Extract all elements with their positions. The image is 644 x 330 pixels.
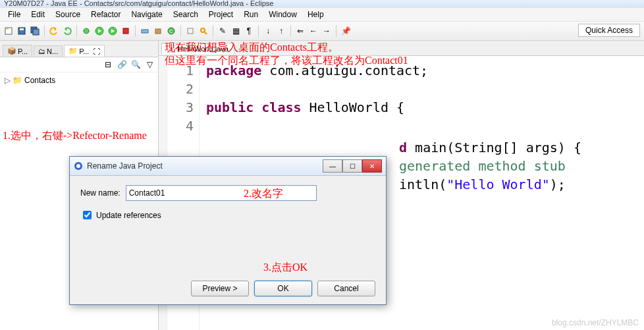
main-toolbar: C ✎ ▦ ¶ ↓ ↑ ⇐ ← → 📌 — [0, 22, 644, 41]
run-last-icon[interactable] — [107, 25, 119, 37]
menu-edit[interactable]: Edit — [26, 9, 50, 20]
redo-icon[interactable] — [61, 25, 73, 37]
prev-annotation-icon[interactable]: ↑ — [275, 25, 287, 37]
tree-project-contacts[interactable]: ▷ 📁 Contacts — [3, 75, 155, 86]
menu-project[interactable]: Project — [203, 9, 238, 20]
minimize-button[interactable]: — — [323, 159, 342, 173]
svg-text:J: J — [170, 46, 173, 53]
menu-window[interactable]: Window — [263, 9, 302, 20]
debug-icon[interactable] — [80, 25, 92, 37]
svg-rect-1 — [6, 28, 9, 30]
separator — [180, 25, 181, 37]
tab-navigator[interactable]: 🗂N... — [34, 45, 63, 57]
navigator-icon: 🗂 — [38, 47, 45, 55]
editor-tabs: J HelloWorld.java — [159, 41, 644, 56]
code-peek: d main(String[] args) { generated method… — [399, 138, 581, 194]
svg-rect-3 — [20, 28, 24, 30]
svg-line-18 — [204, 32, 207, 34]
eclipse-window: Y20M07D27 - Java EE - Contacts/src/com/a… — [0, 0, 644, 330]
new-server-icon[interactable] — [139, 25, 151, 37]
close-tab-icon[interactable]: ⛶ — [93, 47, 100, 55]
forward-icon[interactable]: → — [321, 25, 333, 37]
run-icon[interactable] — [94, 25, 105, 37]
watermark: blog.csdn.net/ZHYLMBC — [552, 318, 639, 327]
separator — [258, 25, 259, 37]
undo-icon[interactable] — [48, 25, 60, 37]
ok-button[interactable]: OK — [254, 281, 312, 296]
new-name-input[interactable] — [126, 185, 317, 201]
collapse-all-icon[interactable]: ⊟ — [102, 59, 114, 70]
separator — [213, 25, 213, 37]
focus-icon[interactable]: 🔍 — [130, 59, 142, 70]
next-annotation-icon[interactable]: ↓ — [262, 25, 274, 37]
close-button[interactable]: ✕ — [362, 159, 382, 173]
link-editor-icon[interactable]: 🔗 — [116, 59, 128, 70]
editor-tab-helloworld[interactable]: J HelloWorld.java — [161, 43, 234, 54]
preview-button[interactable]: Preview > — [191, 281, 249, 296]
project-icon: 📁 — [13, 76, 22, 85]
dialog-title: Rename Java Project — [87, 161, 319, 171]
maximize-button[interactable]: ☐ — [342, 159, 362, 173]
dialog-titlebar: Rename Java Project — ☐ ✕ — [70, 157, 386, 176]
new-icon[interactable] — [3, 25, 14, 37]
open-type-icon[interactable] — [184, 25, 196, 37]
menu-source[interactable]: Source — [50, 9, 86, 20]
menu-search[interactable]: Search — [168, 9, 203, 20]
side-toolbar: ⊟ 🔗 🔍 ▽ — [0, 57, 158, 72]
show-whitespace-icon[interactable]: ¶ — [243, 25, 255, 37]
menu-file[interactable]: File — [3, 9, 26, 20]
cancel-button[interactable]: Cancel — [317, 281, 375, 296]
new-package-icon[interactable] — [152, 25, 164, 37]
svg-rect-5 — [33, 29, 39, 35]
pkg-explorer-icon: 📦 — [7, 47, 16, 55]
separator — [336, 25, 336, 37]
pin-icon[interactable]: 📌 — [340, 25, 352, 37]
separator — [76, 25, 77, 37]
menu-refactor[interactable]: Refactor — [86, 9, 126, 20]
eclipse-icon — [74, 161, 83, 171]
expand-arrow-icon[interactable]: ▷ — [4, 76, 11, 85]
separator — [290, 25, 291, 37]
menu-help[interactable]: Help — [302, 9, 329, 20]
svg-rect-12 — [142, 30, 148, 33]
save-all-icon[interactable] — [29, 25, 41, 37]
tab-package-explorer[interactable]: 📦P... — [3, 45, 32, 57]
window-title: Y20M07D27 - Java EE - Contacts/src/com/a… — [0, 0, 644, 8]
toggle-block-icon[interactable]: ▦ — [230, 25, 242, 37]
view-menu-icon[interactable]: ▽ — [144, 59, 155, 70]
toggle-mark-icon[interactable]: ✎ — [217, 25, 228, 37]
svg-text:C: C — [169, 28, 173, 34]
menu-run[interactable]: Run — [238, 9, 263, 20]
project-explorer-icon: 📁 — [68, 47, 78, 55]
tab-project-explorer[interactable]: 📁P...⛶ — [64, 45, 105, 57]
java-file-icon: J — [167, 45, 175, 53]
menu-navigate[interactable]: Navigate — [126, 9, 167, 20]
tab-label: HelloWorld.java — [178, 45, 228, 53]
update-references-checkbox[interactable] — [83, 211, 92, 219]
project-label: Contacts — [24, 76, 55, 85]
back-icon[interactable]: ← — [308, 25, 319, 37]
svg-rect-11 — [123, 28, 128, 34]
quick-access[interactable]: Quick Access — [578, 24, 640, 37]
save-icon[interactable] — [16, 25, 28, 37]
external-tools-icon[interactable] — [120, 25, 132, 37]
svg-point-22 — [76, 164, 80, 168]
last-edit-icon[interactable]: ⇐ — [294, 25, 306, 37]
new-name-label: New name: — [80, 188, 121, 198]
update-references-label: Update references — [96, 211, 161, 220]
search-icon[interactable] — [198, 25, 209, 37]
svg-rect-16 — [188, 28, 193, 34]
svg-point-6 — [84, 28, 89, 34]
separator — [44, 25, 45, 37]
separator — [135, 25, 136, 37]
menu-bar: File Edit Source Refactor Navigate Searc… — [0, 8, 644, 22]
side-tabs: 📦P... 🗂N... 📁P...⛶ — [0, 41, 158, 57]
svg-rect-13 — [155, 29, 161, 34]
new-class-icon[interactable]: C — [165, 25, 177, 37]
rename-dialog: Rename Java Project — ☐ ✕ New name: Upda… — [69, 156, 387, 305]
